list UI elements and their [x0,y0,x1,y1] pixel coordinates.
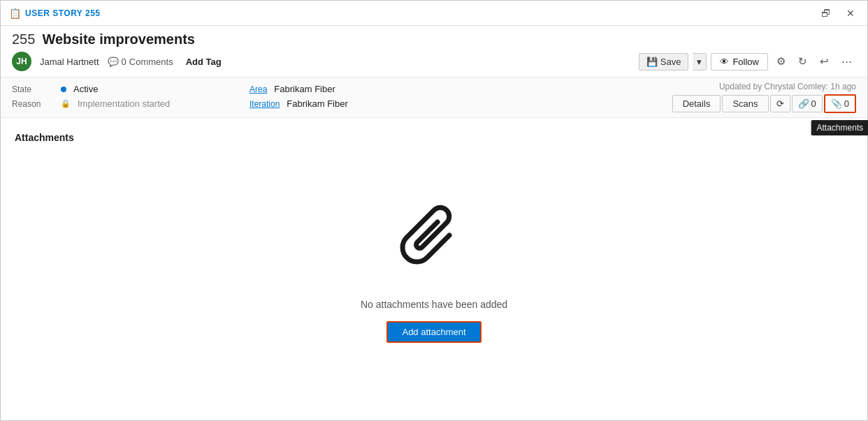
area-row: Area Fabrikam Fiber [249,82,348,96]
eye-icon: 👁 [720,57,729,67]
attachments-title: Attachments [15,132,74,143]
reason-label: Reason [12,99,54,109]
area-label[interactable]: Area [249,84,267,94]
add-tag-button[interactable]: Add Tag [182,55,226,68]
save-label: Save [660,57,681,67]
author-name: Jamal Hartnett [40,57,99,67]
title-bar-controls: 🗗 ✕ [817,6,859,20]
comments-label: Comments [129,57,173,67]
story-name: Website improvements [42,31,195,47]
title-bar: 📋 USER STORY 255 🗗 ✕ [1,1,867,26]
main-window: 📋 USER STORY 255 🗗 ✕ 255 Website improve… [0,0,868,421]
save-icon: 💾 [646,57,658,67]
toolbar-row: JH Jamal Hartnett 💬 0 Comments Add Tag 💾… [12,52,856,71]
comments-count: 0 [122,57,126,67]
story-icon: 📋 [9,8,21,19]
iteration-row: Iteration Fabrikam Fiber [249,96,348,111]
attachments-tab-wrapper: 📎 0 Attachments [824,94,856,113]
save-dropdown-button[interactable]: ▾ [693,53,707,71]
state-label: State [12,84,54,94]
reason-row: Reason 🔒 Implementation started [12,96,236,111]
state-row: State Active [12,82,236,96]
attachments-tab[interactable]: 📎 0 [824,94,856,113]
reason-value: Implementation started [78,98,170,109]
details-tab[interactable]: Details [672,95,721,112]
meta-left: State Active Reason 🔒 Implementation sta… [12,77,236,117]
comment-icon: 💬 [108,57,119,67]
tabs-row: Details Scans ⟳ 🔗 0 📎 0 Attachments [348,94,856,113]
iteration-value: Fabrikam Fiber [287,98,347,109]
iteration-label[interactable]: Iteration [249,99,280,109]
scans-tab[interactable]: Scans [722,95,768,112]
story-title-row: 255 Website improvements [12,31,856,47]
header-section: 255 Website improvements JH Jamal Hartne… [1,26,867,77]
empty-paperclip-icon [399,204,469,288]
refresh-button[interactable]: ↻ [794,52,811,71]
save-button[interactable]: 💾 Save [639,53,689,71]
settings-button[interactable]: ⚙ [772,52,790,71]
links-tab[interactable]: 🔗 0 [792,95,823,112]
toolbar-left: JH Jamal Hartnett 💬 0 Comments Add Tag [12,52,226,71]
toolbar-right: 💾 Save ▾ 👁 Follow ⚙ ↻ ↩ ⋯ [639,52,856,71]
follow-label: Follow [732,57,759,67]
area-value: Fabrikam Fiber [274,84,335,94]
avatar: JH [12,52,31,71]
links-count: 0 [811,98,816,109]
attachments-tooltip: Attachments [811,120,868,135]
link-icon: 🔗 [798,98,809,109]
title-bar-left: 📋 USER STORY 255 [9,8,101,19]
attachments-empty-state: No attachments have been added Add attac… [15,154,853,406]
comments-button[interactable]: 💬 0 Comments [108,57,173,67]
title-bar-text: USER STORY 255 [25,8,101,18]
more-options-button[interactable]: ⋯ [837,52,856,71]
meta-right: Updated by Chrystal Comley: 1h ago Detai… [348,77,856,117]
minimize-button[interactable]: 🗗 [817,6,835,20]
story-number: 255 [12,31,35,47]
state-dot [61,87,66,92]
add-attachment-button[interactable]: Add attachment [386,321,481,343]
meta-center: Area Fabrikam Fiber Iteration Fabrikam F… [236,77,348,117]
lock-icon: 🔒 [61,99,71,108]
content-area: Attachments No attachments have been add… [1,118,867,420]
no-attachments-message: No attachments have been added [361,299,507,310]
follow-button[interactable]: 👁 Follow [711,53,768,71]
history-tab[interactable]: ⟳ [770,95,790,112]
history-icon: ⟳ [776,98,784,109]
paperclip-tab-icon: 📎 [831,98,842,109]
close-button[interactable]: ✕ [842,6,859,20]
undo-button[interactable]: ↩ [816,52,833,71]
meta-section: State Active Reason 🔒 Implementation sta… [1,77,867,118]
attachments-count: 0 [844,98,849,109]
state-value: Active [73,84,98,94]
updated-text: Updated by Chrystal Comley: 1h ago [348,82,856,91]
